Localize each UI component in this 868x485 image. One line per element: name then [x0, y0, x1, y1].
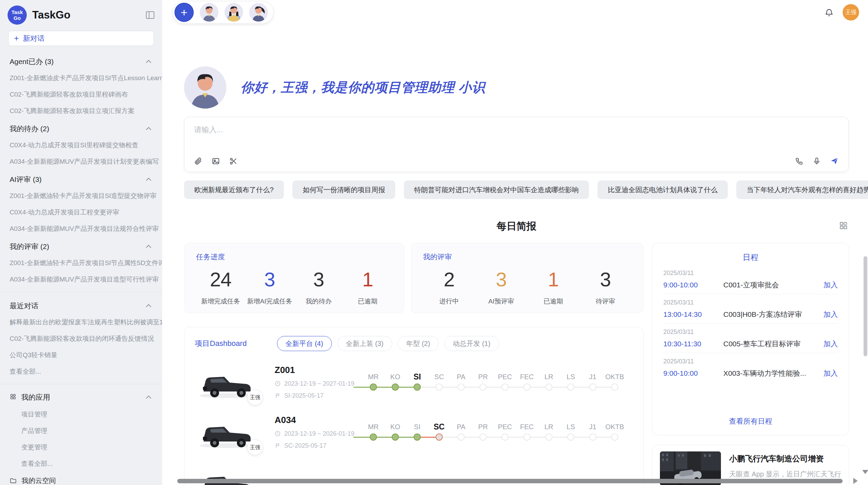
recent-chat-item[interactable]: 公司Q3轻卡销量	[0, 347, 162, 363]
recent-chats-header[interactable]: 最近对话	[0, 296, 162, 314]
milestone-dot	[611, 434, 618, 441]
team-member-avatar[interactable]	[225, 3, 243, 22]
team-member-avatar[interactable]	[200, 3, 218, 22]
sidebar-task-item[interactable]: Z001-全新燃油轻卡产品开发项目SI造型提交物评审	[0, 188, 162, 204]
milestone: OKTB	[604, 421, 626, 443]
schedule-title-text: C003|H0B-方案冻结评审	[723, 310, 823, 319]
sidebar-scroll-area[interactable]: Agent已办 (3)Z001-全新燃油皮卡产品开发项目SI节点Lesson L…	[0, 51, 162, 485]
app-item[interactable]: 项目管理	[0, 406, 162, 423]
layout-grid-icon[interactable]	[839, 221, 848, 232]
sidebar-task-item[interactable]: C02-飞腾新能源轻客改款项目立项汇报方案	[0, 103, 162, 119]
apps-view-all[interactable]: 查看全部...	[0, 456, 162, 472]
recent-view-all[interactable]: 查看全部...	[0, 363, 162, 380]
schedule-date: 2025/03/11	[663, 299, 838, 306]
team-member-avatar[interactable]	[249, 3, 268, 22]
sidebar-task-item[interactable]: Z001-全新燃油轻卡产品开发项目SI节点属性5D文件评审	[0, 255, 162, 271]
news-title: 小鹏飞行汽车制造公司增资	[729, 453, 841, 464]
stat-grid: 24新增完成任务3新增AI完成任务3我的待办1已逾期	[196, 268, 392, 306]
milestone-dot-row	[362, 382, 384, 393]
stat-value: 1	[527, 268, 579, 291]
dashboard-tabs: 全新平台 (4)全新上装 (3)年型 (2)动总开发 (1)	[277, 336, 499, 351]
left-column: 任务进度24新增完成任务3新增AI完成任务3我的待办1已逾期我的评审2进行中3A…	[184, 243, 643, 485]
stat-value: 24	[196, 268, 245, 291]
milestone-label: MR	[362, 421, 384, 432]
suggestion-chip[interactable]: 比亚迪全固态电池计划具体说了什么	[598, 181, 728, 199]
project-row[interactable]: 王强Z0012023-12-19 ~ 2027-01-19SI-2025-05-…	[195, 363, 633, 401]
main-area: + 王强 你好，王强，我是你的项目管理助理 小识	[162, 0, 868, 485]
topbar: + 王强	[162, 0, 868, 25]
dashboard-tab[interactable]: 动总开发 (1)	[444, 336, 499, 351]
milestone-dot	[589, 384, 596, 391]
schedule-join-button[interactable]: 加入	[823, 369, 838, 378]
project-row[interactable]: 王强A0342023-12-19 ~ 2026-01-19SC-2025-05-…	[195, 413, 633, 451]
app-item[interactable]: 变更管理	[0, 439, 162, 456]
image-icon[interactable]	[212, 157, 220, 165]
sidebar-task-item[interactable]: A034-全新新能源MUV产品开发项目法规符合性评审	[0, 221, 162, 237]
schedule-row: 9:00-10:00C001-立项审批会加入	[663, 280, 838, 290]
chevron-up-icon	[146, 395, 152, 401]
divider	[0, 384, 162, 384]
horizontal-scrollbar[interactable]	[177, 479, 843, 483]
suggestion-chip[interactable]: 特朗普可能对进口汽车增税会对中国车企造成哪些影响	[404, 181, 589, 199]
scroll-down-arrow[interactable]	[862, 470, 868, 474]
stat-value: 2	[423, 268, 475, 291]
add-member-button[interactable]: +	[174, 3, 194, 22]
sidebar-task-item[interactable]: C0X4-动力总成开发项目工程变更评审	[0, 204, 162, 221]
dashboard-tab[interactable]: 全新平台 (4)	[277, 336, 332, 351]
schedule-join-button[interactable]: 加入	[823, 339, 838, 349]
stat-label: 我的待办	[294, 297, 343, 306]
dashboard-tab[interactable]: 年型 (2)	[398, 336, 439, 351]
dashboard-tab[interactable]: 全新上装 (3)	[337, 336, 392, 351]
scroll-right-arrow[interactable]	[853, 478, 858, 484]
app-item[interactable]: 产品管理	[0, 423, 162, 439]
milestone: J1	[582, 421, 604, 443]
sidebar-section-header[interactable]: Agent已办 (3)	[0, 52, 162, 70]
sidebar-task-item[interactable]: Z001-全新燃油皮卡产品开发项目SI节点Lesson Learn报告	[0, 70, 162, 86]
chat-input[interactable]	[194, 125, 839, 134]
schedule-view-all[interactable]: 查看所有日程	[663, 416, 838, 428]
schedule-join-button[interactable]: 加入	[823, 280, 838, 290]
flag-icon	[275, 393, 281, 399]
milestone-dot	[414, 434, 421, 441]
sidebar-section-header[interactable]: 我的评审 (2)	[0, 237, 162, 255]
recent-chat-item[interactable]: C02-飞腾新能源轻客改款项目的闭环通告反馈情况	[0, 331, 162, 347]
sidebar-section-header[interactable]: 我的待办 (2)	[0, 119, 162, 137]
schedule-join-button[interactable]: 加入	[823, 310, 838, 319]
project-flag: SI-2025-05-17	[275, 392, 360, 399]
sidebar-task-item[interactable]: C02-飞腾新能源轻客改款项目里程碑画布	[0, 86, 162, 103]
notification-bell-icon[interactable]	[824, 8, 834, 17]
attachment-icon[interactable]	[194, 157, 203, 165]
suggestion-chip[interactable]: 欧洲新规最近颁布了什么?	[184, 181, 284, 199]
project-info: A0342023-12-19 ~ 2026-01-19SC-2025-05-17	[275, 415, 360, 449]
chevron-up-icon	[146, 60, 152, 65]
project-flag-text: SI-2025-05-17	[284, 392, 324, 399]
collapse-sidebar-icon[interactable]	[145, 10, 155, 20]
milestone-dot-row	[450, 432, 472, 443]
send-icon[interactable]	[830, 157, 839, 165]
stat-value: 1	[343, 268, 392, 291]
sidebar-section-header[interactable]: AI评审 (3)	[0, 170, 162, 188]
suggestion-chip[interactable]: 如何写一份清晰的项目周报	[292, 181, 395, 199]
scissors-icon[interactable]	[229, 157, 238, 165]
milestone-dot-row	[494, 432, 516, 443]
user-avatar[interactable]: 王强	[843, 4, 859, 21]
my-apps-header[interactable]: 我的应用	[0, 388, 162, 406]
microphone-icon[interactable]	[812, 157, 821, 165]
new-chat-button[interactable]: + 新对话	[8, 31, 154, 46]
sidebar-task-item[interactable]: C0X4-动力总成开发项目SI里程碑提交物检查	[0, 137, 162, 153]
milestone: PEC	[494, 371, 516, 393]
sidebar-task-item[interactable]: A034-全新新能源MUV产品开发项目造型可行性评审	[0, 271, 162, 288]
sidebar-item-cloud-space[interactable]: 我的云空间	[0, 472, 162, 485]
suggestion-chip[interactable]: 当下年轻人对汽车外观有怎样的喜好趋势	[736, 181, 868, 199]
recent-chat-item[interactable]: 解释最新出台的欧盟报废车法规再生塑料比例被调至15%...	[0, 314, 162, 331]
schedule-list: 2025/03/119:00-10:00C001-立项审批会加入2025/03/…	[663, 265, 838, 382]
sidebar-task-item[interactable]: A034-全新新能源MUV产品开发项目计划变更表编写	[0, 153, 162, 170]
milestone-dot	[589, 434, 596, 441]
milestone-track: MRKOSISCPAPRPECFECLRLSJ1OKTB	[362, 421, 633, 443]
schedule-date: 2025/03/11	[663, 328, 838, 336]
milestone: PEC	[494, 421, 516, 443]
milestone-dot	[370, 434, 377, 441]
vertical-scrollbar[interactable]	[864, 256, 867, 356]
phone-icon[interactable]	[795, 157, 804, 165]
milestone-dot-row	[538, 382, 560, 393]
